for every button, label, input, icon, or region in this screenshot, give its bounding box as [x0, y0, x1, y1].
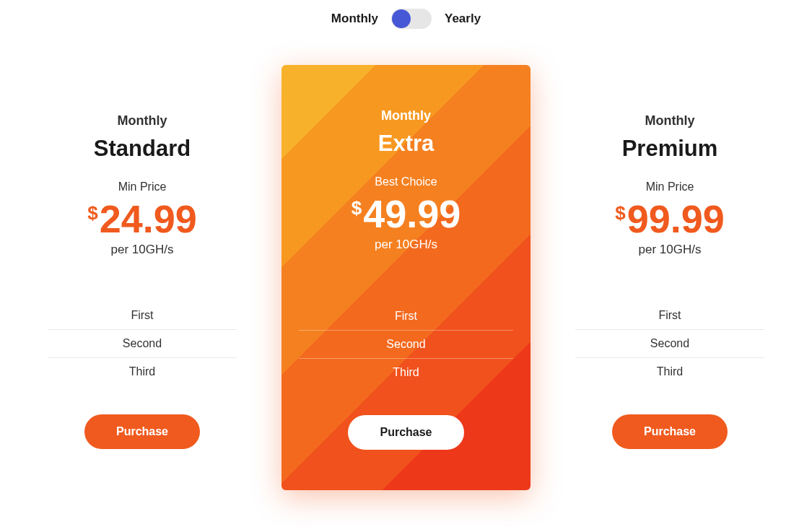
- currency-symbol: $: [615, 202, 625, 225]
- feature-item: Third: [48, 358, 237, 386]
- feature-item: Second: [575, 330, 764, 358]
- price-unit: per 10GH/s: [575, 243, 764, 257]
- feature-item: Third: [575, 358, 764, 386]
- plan-subtitle: Min Price: [48, 180, 237, 193]
- billing-toggle[interactable]: [391, 9, 432, 29]
- feature-item: Second: [299, 331, 513, 359]
- toggle-label-yearly[interactable]: Yearly: [445, 12, 481, 26]
- price-value: 24.99: [100, 199, 197, 238]
- pricing-card-standard: Monthly Standard Min Price $ 24.99 per 1…: [30, 77, 254, 478]
- plan-subtitle: Min Price: [575, 180, 764, 193]
- price-unit: per 10GH/s: [299, 238, 513, 252]
- feature-list: First Second Third: [48, 302, 237, 386]
- purchase-button[interactable]: Purchase: [348, 415, 463, 450]
- price-value: 99.99: [627, 199, 725, 238]
- feature-item: First: [48, 302, 237, 330]
- pricing-card-premium: Monthly Premium Min Price $ 99.99 per 10…: [558, 77, 782, 478]
- feature-item: Second: [48, 330, 237, 358]
- plan-period: Monthly: [299, 108, 513, 123]
- billing-toggle-row: Monthly Yearly: [0, 9, 812, 29]
- plan-name: Premium: [575, 136, 764, 162]
- plan-period: Monthly: [575, 113, 764, 129]
- feature-item: Third: [299, 359, 513, 386]
- plan-name: Extra: [299, 131, 513, 157]
- plan-name: Standard: [48, 136, 237, 162]
- price-line: $ 24.99: [87, 199, 197, 238]
- purchase-button[interactable]: Purchase: [84, 414, 200, 449]
- pricing-card-extra: Monthly Extra Best Choice $ 49.99 per 10…: [281, 65, 531, 490]
- currency-symbol: $: [87, 202, 97, 225]
- feature-item: First: [299, 302, 513, 331]
- plan-period: Monthly: [48, 113, 237, 129]
- toggle-label-monthly[interactable]: Monthly: [331, 12, 378, 26]
- feature-list: First Second Third: [575, 302, 764, 386]
- price-line: $ 99.99: [615, 199, 725, 238]
- price-line: $ 49.99: [352, 194, 461, 233]
- price-unit: per 10GH/s: [48, 243, 237, 257]
- feature-list: First Second Third: [299, 302, 513, 386]
- price-value: 49.99: [363, 194, 460, 233]
- plan-subtitle: Best Choice: [299, 175, 513, 188]
- currency-symbol: $: [352, 197, 362, 219]
- toggle-thumb-icon: [392, 9, 411, 28]
- purchase-button[interactable]: Purchase: [612, 414, 728, 449]
- feature-item: First: [575, 302, 764, 330]
- pricing-row: Monthly Standard Min Price $ 24.99 per 1…: [0, 65, 812, 490]
